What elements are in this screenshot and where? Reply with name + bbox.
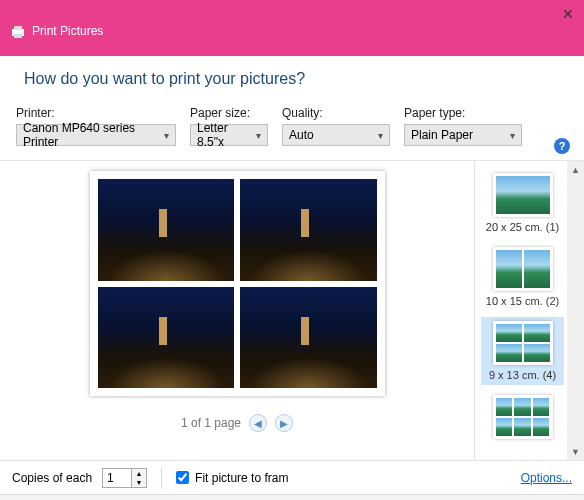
print-controls: Printer: Canon MP640 series Printer▾ Pap… (0, 102, 584, 160)
layout-option[interactable]: 9 x 13 cm. (4) (481, 317, 564, 385)
layout-card (493, 321, 553, 365)
layout-thumb (496, 176, 550, 214)
fit-checkbox-wrap[interactable]: Fit picture to fram (176, 471, 288, 485)
copies-stepper[interactable]: ▲▼ (102, 468, 147, 488)
bottom-bar: Copies of each ▲▼ Fit picture to fram Op… (0, 460, 584, 494)
scrollbar[interactable]: ▲ ▼ (567, 161, 584, 460)
titlebar: ✕ Print Pictures (0, 0, 584, 56)
paper-type-label: Paper type: (404, 106, 522, 120)
layout-thumb (524, 250, 550, 288)
printer-icon (10, 24, 26, 40)
layout-thumb (524, 344, 550, 362)
photo-thumbnail (98, 287, 235, 389)
svg-rect-2 (14, 34, 22, 38)
layout-option[interactable]: 10 x 15 cm. (2) (481, 243, 564, 311)
help-icon[interactable]: ? (554, 138, 570, 154)
next-page-button[interactable]: ▶ (275, 414, 293, 432)
spin-up-icon[interactable]: ▲ (132, 469, 146, 478)
layout-panel: 20 x 25 cm. (1)10 x 15 cm. (2)9 x 13 cm.… (474, 161, 584, 460)
paper-type-value: Plain Paper (411, 128, 473, 142)
layout-thumb (533, 418, 550, 436)
paper-size-value: Letter 8.5"x (197, 121, 250, 149)
layout-thumb (496, 398, 513, 416)
layout-thumb (496, 418, 513, 436)
photo-thumbnail (98, 179, 235, 281)
fit-checkbox[interactable] (176, 471, 189, 484)
quality-dropdown[interactable]: Auto▾ (282, 124, 390, 146)
layout-label: 20 x 25 cm. (1) (486, 221, 559, 233)
layout-label: 9 x 13 cm. (4) (489, 369, 556, 381)
layout-label: 10 x 15 cm. (2) (486, 295, 559, 307)
pager-text: 1 of 1 page (181, 416, 241, 430)
chevron-down-icon: ▾ (164, 130, 169, 141)
copies-label: Copies of each (12, 471, 92, 485)
chevron-down-icon: ▾ (510, 130, 515, 141)
options-link[interactable]: Options... (521, 471, 572, 485)
layout-thumb (524, 324, 550, 342)
window-title: Print Pictures (32, 24, 103, 38)
pager: 1 of 1 page ◀ ▶ (181, 414, 293, 432)
svg-rect-1 (14, 26, 22, 30)
paper-size-label: Paper size: (190, 106, 268, 120)
layout-card (493, 173, 553, 217)
photo-thumbnail (240, 287, 377, 389)
close-icon[interactable]: ✕ (562, 6, 574, 22)
layout-option[interactable]: 20 x 25 cm. (1) (481, 169, 564, 237)
layout-thumb (496, 250, 522, 288)
page-preview (90, 171, 385, 396)
paper-size-dropdown[interactable]: Letter 8.5"x▾ (190, 124, 268, 146)
scroll-up-icon[interactable]: ▲ (567, 161, 584, 178)
layout-thumb (496, 324, 522, 342)
layout-card (493, 247, 553, 291)
quality-value: Auto (289, 128, 314, 142)
chevron-down-icon: ▾ (256, 130, 261, 141)
layout-option[interactable] (481, 391, 564, 443)
chevron-down-icon: ▾ (378, 130, 383, 141)
layout-thumb (533, 398, 550, 416)
copies-input[interactable] (103, 469, 131, 487)
photo-thumbnail (240, 179, 377, 281)
spin-down-icon[interactable]: ▼ (132, 478, 146, 487)
printer-dropdown[interactable]: Canon MP640 series Printer▾ (16, 124, 176, 146)
layout-thumb (496, 344, 522, 362)
main-area: 1 of 1 page ◀ ▶ 20 x 25 cm. (1)10 x 15 c… (0, 160, 584, 460)
question-heading: How do you want to print your pictures? (0, 56, 584, 102)
scroll-down-icon[interactable]: ▼ (567, 443, 584, 460)
footer: Print Cancel (0, 494, 584, 500)
prev-page-button[interactable]: ◀ (249, 414, 267, 432)
layout-thumb (514, 398, 531, 416)
quality-label: Quality: (282, 106, 390, 120)
printer-value: Canon MP640 series Printer (23, 121, 158, 149)
layout-card (493, 395, 553, 439)
layout-thumb (514, 418, 531, 436)
paper-type-dropdown[interactable]: Plain Paper▾ (404, 124, 522, 146)
printer-label: Printer: (16, 106, 176, 120)
separator (161, 467, 162, 489)
preview-pane: 1 of 1 page ◀ ▶ (0, 161, 474, 460)
fit-label: Fit picture to fram (195, 471, 288, 485)
